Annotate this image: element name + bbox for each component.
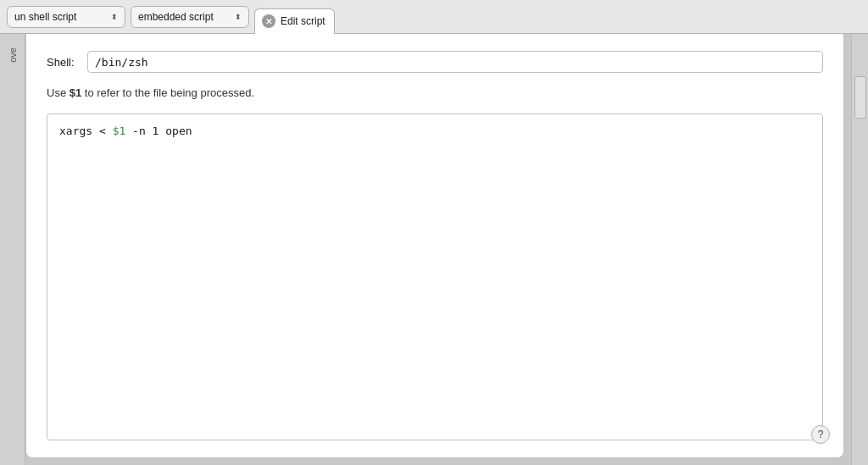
description: Use $1 to refer to the file being proces… (47, 85, 823, 102)
script-line: xargs < $1 -n 1 open (59, 123, 810, 141)
script-var-ref: $1 (113, 125, 126, 137)
content-area: ove Shell: Use $1 to refer to the file b… (0, 34, 868, 465)
description-prefix: Use (47, 86, 70, 99)
help-button[interactable]: ? (811, 425, 830, 444)
shell-row: Shell: (47, 51, 823, 73)
script-suffix: -n 1 open (125, 125, 192, 137)
sidebar-label: ove (8, 41, 18, 69)
dropdown2-label: embedded script (138, 11, 214, 23)
toolbar-left: un shell script ⬍ embedded script ⬍ ✕ Ed… (7, 0, 335, 33)
run-shell-script-dropdown[interactable]: un shell script ⬍ (7, 6, 125, 28)
script-editor-container: xargs < $1 -n 1 open (47, 113, 823, 441)
left-sidebar: ove (0, 34, 25, 465)
toolbar: un shell script ⬍ embedded script ⬍ ✕ Ed… (0, 0, 868, 34)
embedded-script-dropdown[interactable]: embedded script ⬍ (131, 6, 249, 28)
right-sidebar (851, 34, 868, 465)
shell-label: Shell: (47, 56, 81, 69)
chevron-down-icon: ⬍ (235, 13, 242, 21)
script-prefix: xargs < (59, 125, 113, 137)
tab-label: Edit script (281, 15, 326, 27)
shell-input[interactable] (87, 51, 823, 73)
dropdown1-label: un shell script (14, 11, 76, 23)
main-panel: Shell: Use $1 to refer to the file being… (25, 34, 844, 458)
right-sidebar-button[interactable] (854, 76, 866, 119)
edit-script-tab[interactable]: ✕ Edit script (254, 8, 335, 34)
tab-close-button[interactable]: ✕ (262, 14, 275, 28)
description-bold: $1 (70, 86, 81, 99)
chevron-down-icon: ⬍ (111, 13, 118, 21)
description-suffix: to refer to the file being processed. (81, 86, 254, 99)
